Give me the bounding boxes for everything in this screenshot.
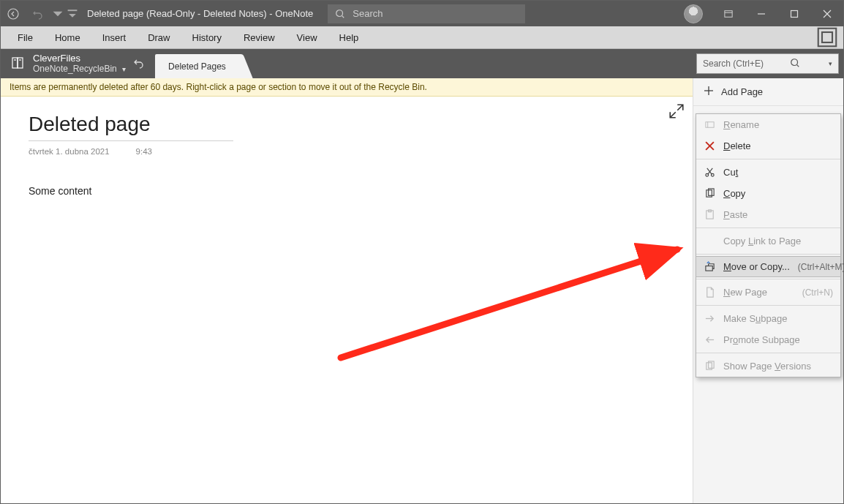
- svg-rect-7: [791, 10, 797, 17]
- menu-help[interactable]: Help: [328, 26, 370, 49]
- delete-icon: [704, 140, 715, 152]
- svg-rect-32: [705, 266, 712, 271]
- versions-icon: [704, 361, 715, 372]
- menu-view[interactable]: View: [286, 26, 328, 49]
- chevron-down-icon: ▾: [826, 60, 832, 67]
- rename-icon: [704, 119, 715, 131]
- cut-icon: [704, 167, 715, 178]
- page-content[interactable]: Some content: [29, 185, 665, 197]
- ribbon-expand-button[interactable]: [817, 27, 837, 48]
- cm-copy-link: Copy Link to Page: [696, 230, 840, 252]
- svg-rect-4: [724, 10, 731, 17]
- global-search[interactable]: Search: [328, 4, 525, 23]
- page-icon: [704, 287, 715, 298]
- menu-review[interactable]: Review: [233, 26, 286, 49]
- page-time: 9:43: [136, 147, 152, 156]
- add-page-button[interactable]: Add Page: [693, 78, 843, 106]
- title-bar: Deleted page (Read-Only - Deleted Notes)…: [1, 1, 843, 26]
- cm-copy[interactable]: Copy: [696, 183, 840, 204]
- undo-dropdown[interactable]: [50, 1, 65, 26]
- svg-point-0: [8, 9, 18, 19]
- arrow-left-icon: [704, 334, 715, 346]
- context-menu: RRenameename Delete Cut Copy Paste Copy …: [696, 113, 841, 377]
- copy-icon: [704, 188, 715, 200]
- svg-rect-10: [818, 29, 837, 47]
- svg-rect-12: [12, 58, 18, 68]
- cm-cut[interactable]: Cut: [696, 162, 840, 183]
- page-date: čtvrtek 1. dubna 2021: [29, 147, 110, 156]
- menu-home[interactable]: Home: [44, 26, 91, 49]
- add-page-label: Add Page: [721, 86, 763, 97]
- cm-show-versions: Show Page Versions: [696, 356, 840, 377]
- svg-rect-13: [18, 58, 23, 68]
- cm-rename: RRenameename: [696, 114, 840, 135]
- arrow-right-icon: [704, 313, 715, 325]
- page-body: Deleted page čtvrtek 1. dubna 2021 9:43 …: [1, 97, 693, 503]
- notebook-section: OneNote_RecycleBin: [33, 64, 117, 74]
- cm-paste: Paste: [696, 204, 840, 225]
- close-button[interactable]: [810, 1, 843, 26]
- cm-make-subpage: Make Subpage: [696, 308, 840, 329]
- notebook-picker[interactable]: CleverFiles OneNote_RecycleBin ▾: [1, 49, 151, 78]
- minimize-button[interactable]: [745, 1, 777, 26]
- notebook-icon: [11, 56, 26, 72]
- search-icon: [790, 58, 800, 70]
- plus-icon: [704, 86, 714, 98]
- chevron-down-icon: ▾: [122, 65, 126, 73]
- maximize-button[interactable]: [777, 1, 810, 26]
- page-search[interactable]: Search (Ctrl+E) ▾: [696, 53, 839, 74]
- cm-promote-subpage: Promote Subpage: [696, 329, 840, 350]
- cm-move-shortcut: (Ctrl+Alt+M): [798, 262, 844, 272]
- svg-point-16: [791, 59, 797, 65]
- cm-delete[interactable]: Delete: [696, 135, 840, 157]
- svg-line-17: [796, 64, 799, 67]
- menu-file[interactable]: File: [7, 26, 44, 49]
- page-search-placeholder: Search (Ctrl+E): [703, 59, 764, 69]
- back-button[interactable]: [1, 1, 26, 26]
- window-title: Deleted page (Read-Only - Deleted Notes)…: [80, 8, 320, 19]
- cm-move-copy[interactable]: Move or Copy... (Ctrl+Alt+M): [696, 256, 841, 277]
- ribbon-mode-button[interactable]: [712, 1, 745, 26]
- paste-icon: [704, 209, 715, 221]
- cm-new-shortcut: (Ctrl+N): [802, 287, 833, 298]
- info-bar: Items are permanently deleted after 60 d…: [1, 78, 693, 97]
- menu-history[interactable]: History: [181, 26, 233, 49]
- nav-undo-icon[interactable]: [133, 57, 145, 71]
- search-placeholder: Search: [353, 8, 383, 19]
- section-tab[interactable]: Deleted Pages: [155, 54, 242, 78]
- svg-line-3: [342, 15, 344, 18]
- move-icon: [704, 261, 715, 273]
- undo-button[interactable]: [26, 1, 50, 26]
- cm-new-page: New Page (Ctrl+N): [696, 282, 840, 303]
- section-tab-label: Deleted Pages: [168, 61, 226, 72]
- svg-point-2: [336, 10, 343, 16]
- avatar[interactable]: [684, 4, 703, 23]
- expand-icon[interactable]: [669, 104, 684, 119]
- notebook-row: CleverFiles OneNote_RecycleBin ▾ Deleted…: [1, 49, 843, 78]
- menu-bar: File Home Insert Draw History Review Vie…: [1, 26, 843, 49]
- menu-insert[interactable]: Insert: [91, 26, 137, 49]
- qat-customize[interactable]: [65, 1, 80, 26]
- svg-rect-20: [705, 122, 713, 128]
- page-title[interactable]: Deleted page: [29, 113, 233, 141]
- svg-rect-11: [822, 32, 832, 42]
- notebook-name: CleverFiles: [33, 53, 126, 64]
- menu-draw[interactable]: Draw: [137, 26, 181, 49]
